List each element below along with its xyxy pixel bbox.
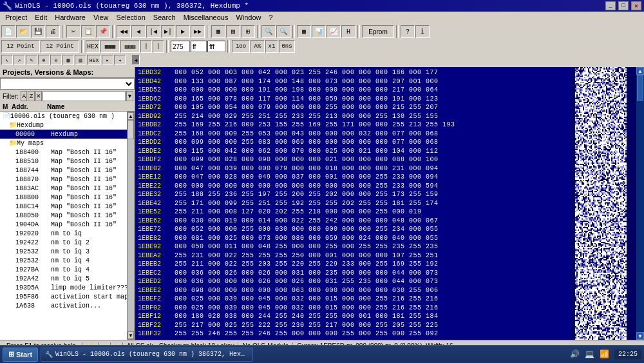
tool7[interactable]: ▤ — [75, 55, 86, 65]
menu-selection[interactable]: Selection — [113, 13, 149, 22]
filter-input[interactable] — [43, 91, 126, 101]
scroll-thumb[interactable] — [128, 120, 134, 139]
mode-0ns[interactable]: 0ns — [279, 40, 295, 53]
3d-btn[interactable]: 📈 — [327, 25, 341, 38]
menu-search[interactable]: Search — [149, 13, 180, 22]
tree-item[interactable]: 1904DAMap "Bosch II 16" — [0, 220, 135, 229]
select3-button[interactable]: ⊞ — [241, 25, 255, 38]
tree-item[interactable]: 192532nm to iq 4 — [0, 256, 135, 265]
close-button[interactable]: ✕ — [631, 1, 641, 10]
value-input-3[interactable] — [207, 41, 225, 52]
app-taskbar-btn[interactable]: 🔧 WinOLS - 10006.ols (touareg 630 nm ) 3… — [41, 348, 253, 362]
view-hex[interactable]: HEX — [86, 40, 100, 53]
open-button[interactable]: 📂 — [16, 25, 30, 38]
tree-item[interactable]: 1927BAnm to iq 4 — [0, 265, 135, 274]
tree-item[interactable]: 📁 Hexdump — [0, 121, 135, 130]
menu-miscellaneous[interactable]: Miscellaneous — [180, 13, 232, 22]
mode-pct[interactable]: A% — [251, 40, 265, 53]
save-button[interactable]: 💾 — [31, 25, 45, 38]
zoomout-btn[interactable]: 🔍 — [276, 25, 290, 38]
filter-btn-a[interactable]: A — [21, 91, 27, 101]
map-btn[interactable]: ▦ — [297, 25, 311, 38]
tree-item[interactable]: 188D50Map "Bosch II 16" — [0, 211, 135, 220]
start-button[interactable]: ⊞ Start — [3, 348, 38, 362]
menu-edit[interactable]: Edit — [31, 13, 51, 22]
minimize-button[interactable]: _ — [605, 1, 616, 10]
tree-item[interactable]: 188870Map "Bosch II 16" — [0, 175, 135, 184]
paste-button[interactable]: 📌 — [96, 25, 110, 38]
tool3[interactable]: ✎ — [26, 55, 37, 65]
tree-item[interactable]: 195F86activation start map — [0, 292, 135, 301]
print-button[interactable]: 🖨 — [46, 25, 60, 38]
menu-window[interactable]: Window — [232, 13, 265, 22]
tool6[interactable]: ▦ — [62, 55, 74, 65]
main-scroll-up[interactable]: ▲ — [636, 67, 644, 75]
mode-x1[interactable]: x1 — [265, 40, 278, 53]
view-dec[interactable]: ▦▦▦ — [100, 40, 120, 53]
back-button[interactable]: ◀◀ — [117, 25, 131, 38]
value-input-2[interactable] — [191, 41, 207, 52]
tree-item[interactable]: 188744Map "Bosch II 16" — [0, 166, 135, 175]
tree-item[interactable]: 193D5Alimp mode limiter??? — [0, 283, 135, 292]
menu-hardware[interactable]: Hardware — [51, 13, 90, 22]
nav-arrow[interactable]: ◀ — [132, 55, 140, 65]
new-button[interactable]: 📄 — [1, 25, 15, 38]
scroll-track[interactable] — [128, 120, 134, 331]
tree-item[interactable]: 188510Map "Bosch II 16" — [0, 157, 135, 166]
select1-button[interactable]: ▦ — [211, 25, 225, 38]
filter-btn-dropdown[interactable]: ▼ — [126, 91, 133, 101]
tree-item[interactable]: 1A638activation... — [0, 301, 135, 310]
view-b2[interactable]: | — [153, 40, 164, 53]
cut-button[interactable]: ✂ — [66, 25, 80, 38]
main-scroll-thumb[interactable] — [637, 75, 643, 101]
tree-item[interactable]: 188400Map "Bosch II 16" — [0, 148, 135, 157]
end-button[interactable]: ▶| — [161, 25, 175, 38]
tool10[interactable]: ◂ — [114, 55, 126, 65]
tool5[interactable]: ⊙ — [50, 55, 62, 65]
help-btn[interactable]: ? — [401, 25, 415, 38]
view-b1[interactable]: | — [140, 40, 152, 53]
eprom-btn[interactable]: Eprom — [362, 25, 394, 38]
forward-button[interactable]: ▶▶ — [191, 25, 205, 38]
menu-help[interactable]: ? — [265, 13, 277, 22]
tree-item[interactable]: 📁 My maps — [0, 139, 135, 148]
tree-scrollbar[interactable]: ▲ ▼ — [127, 112, 135, 340]
select2-button[interactable]: ▤ — [226, 25, 240, 38]
panel-dropdown[interactable] — [0, 78, 135, 90]
hex-btn[interactable]: H — [341, 25, 355, 38]
value-input-1[interactable] — [171, 41, 190, 52]
tree-item[interactable]: 188C14Map "Bosch II 16" — [0, 202, 135, 211]
scroll-down-btn[interactable]: ▼ — [128, 331, 134, 339]
next-button[interactable]: ▶ — [176, 25, 190, 38]
start-button[interactable]: |◀ — [146, 25, 160, 38]
tool2[interactable]: ↗ — [14, 55, 25, 65]
menu-project[interactable]: Project — [1, 13, 31, 22]
tool9[interactable]: ▸ — [102, 55, 113, 65]
tree-item[interactable]: 192A42nm to iq 5 — [0, 274, 135, 283]
tool4[interactable]: ⊕ — [38, 55, 50, 65]
menu-view[interactable]: View — [90, 13, 113, 22]
tool8[interactable]: HEX — [87, 55, 101, 65]
tool1[interactable]: ↖ — [1, 55, 13, 65]
tree-item[interactable]: 📄 10006.ols (touareg 630 nm ) — [0, 112, 135, 121]
view-bin[interactable]: ▤▤▤ — [120, 40, 140, 53]
prev-button[interactable]: ◀ — [131, 25, 146, 38]
chart-btn[interactable]: 📊 — [312, 25, 326, 38]
main-scroll-track[interactable] — [636, 75, 644, 332]
tree-item[interactable]: 192020nm to iq — [0, 229, 135, 238]
fontsize-up[interactable]: 12 Point — [41, 40, 79, 53]
info-btn[interactable]: i — [415, 25, 430, 38]
zoom-btn[interactable]: 🔍 — [261, 25, 276, 38]
restore-button[interactable]: □ — [618, 1, 629, 10]
copy-button[interactable]: 📋 — [81, 25, 95, 38]
fontsize-down[interactable]: 12 Point — [1, 40, 40, 53]
tree-item[interactable]: 188B00Map "Bosch II 16" — [0, 193, 135, 202]
tree-item[interactable]: 192532nm to iq 3 — [0, 247, 135, 256]
main-scrollbar[interactable]: ▲ ▼ — [636, 67, 644, 340]
mode-1oo[interactable]: 1oo — [232, 40, 250, 53]
tree-item[interactable]: 1883ACMap "Bosch II 16" — [0, 184, 135, 193]
tree-item[interactable]: 00000Hexdump — [0, 130, 135, 139]
filter-btn-z[interactable]: Z — [28, 91, 34, 101]
tree-item[interactable]: 192422nm to iq 2 — [0, 238, 135, 247]
scroll-up-btn[interactable]: ▲ — [128, 112, 134, 120]
